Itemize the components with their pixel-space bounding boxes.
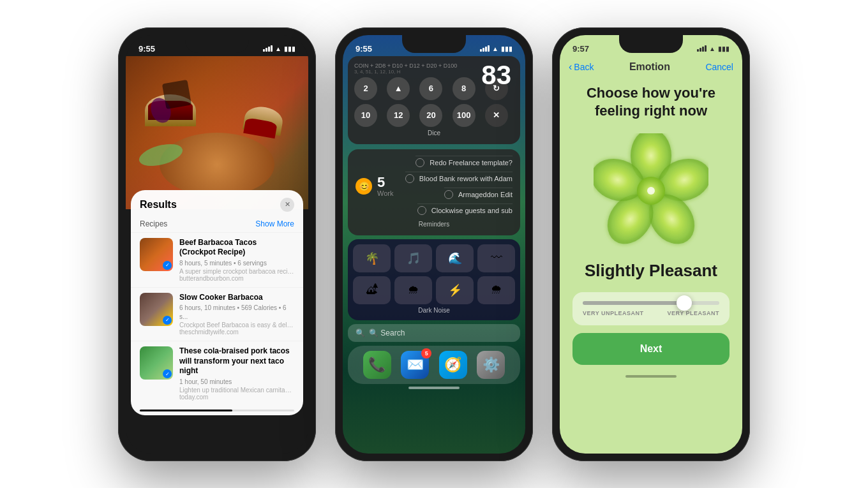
dock-mail-icon[interactable]: ✉️ 5 <box>401 351 429 379</box>
dice-btn-10[interactable]: 10 <box>354 104 377 127</box>
recipe-meta-2: 6 hours, 10 minutes • 569 Calories • 6 s… <box>179 304 294 322</box>
noise-grid-row2: 🏕 🌧 ⚡ 🌨 <box>353 276 515 304</box>
recipe-badge-3: ✓ <box>163 369 172 378</box>
dice-grid-row2: 10 12 20 100 ✕ <box>354 104 514 127</box>
recipe-source-2: theschmidtywife.com <box>179 329 294 336</box>
recipe-name-1: Beef Barbacoa Tacos (Crockpot Recipe) <box>179 238 294 258</box>
recipe-meta-1: 8 hours, 5 minutes • 6 servings <box>179 259 294 268</box>
signal-icon-1 <box>263 45 273 52</box>
svg-point-6 <box>647 187 655 195</box>
reminders-category: Work <box>377 189 393 197</box>
reminder-circle-4 <box>417 206 426 215</box>
search-bar[interactable]: 🔍 🔍 Search <box>348 324 520 342</box>
signal-icon-2 <box>480 45 490 52</box>
dark-noise-label: Dark Noise <box>353 307 515 314</box>
phone-notch-2 <box>402 35 466 53</box>
dock: 📞 ✉️ 5 🧭 ⚙️ <box>348 346 520 384</box>
recipe-desc-3: Lighten up traditional Mexican carnitas … <box>179 387 294 394</box>
emotion-flower-svg[interactable] <box>594 133 708 248</box>
dark-noise-widget: 🌴 🎵 🌊 〰 🏕 🌧 ⚡ 🌨 Dark Noise <box>348 239 520 320</box>
phone-1: 9:55 ▲ ▮▮▮ <box>118 27 316 461</box>
recipe-item-1[interactable]: ✓ Beef Barbacoa Tacos (Crockpot Recipe) … <box>131 232 303 287</box>
reminders-avatar: 😊 <box>355 178 372 195</box>
reminder-circle-1 <box>415 158 424 167</box>
recipe-thumb-1: ✓ <box>140 238 173 271</box>
cancel-button[interactable]: Cancel <box>705 62 733 72</box>
show-more-link[interactable]: Show More <box>255 219 294 228</box>
recipe-source-3: today.com <box>179 394 294 401</box>
home-indicator-2 <box>408 387 460 389</box>
dock-phone-icon[interactable]: 📞 <box>363 351 391 379</box>
recipe-info-2: Slow Cooker Barbacoa 6 hours, 10 minutes… <box>179 293 294 336</box>
dice-btn-6[interactable]: 6 <box>419 77 442 100</box>
dice-btn-100[interactable]: 100 <box>453 104 475 127</box>
dice-btn-2[interactable]: 2 <box>354 77 377 100</box>
reminder-3[interactable]: Armageddon Edit <box>444 188 513 201</box>
dice-btn-20[interactable]: 20 <box>419 104 442 127</box>
dice-btn-8[interactable]: 8 <box>453 77 475 100</box>
slider-track[interactable] <box>583 301 719 305</box>
close-button[interactable]: ✕ <box>280 198 294 212</box>
phone-icon: 📞 <box>368 357 385 373</box>
reminders-count: 5 <box>377 175 393 189</box>
noise-btn-ocean[interactable]: 🌊 <box>436 244 474 272</box>
dice-btn-d4[interactable]: ▲ <box>387 77 410 100</box>
recipe-item-3[interactable]: ✓ These cola-braised pork tacos will tra… <box>131 341 303 406</box>
dice-score: 83 <box>481 60 511 91</box>
next-button[interactable]: Next <box>572 333 730 365</box>
food-image <box>126 56 308 209</box>
slider-right-label: VERY PLEASANT <box>667 310 719 316</box>
reminder-1[interactable]: Redo Freelance template? <box>415 156 513 169</box>
recipe-desc-1: A super simple crockpot barbacoa recip..… <box>179 268 294 275</box>
reminder-4[interactable]: Clockwise guests and sub <box>417 203 513 217</box>
status-icons-1: ▲ ▮▮▮ <box>263 45 296 52</box>
slider-thumb[interactable] <box>677 295 692 311</box>
recipe-info-3: These cola-braised pork tacos will trans… <box>179 346 294 401</box>
section-header: Recipes Show More <box>131 217 303 232</box>
recipe-name-2: Slow Cooker Barbacoa <box>179 293 294 303</box>
reminder-text-3: Armageddon Edit <box>458 191 513 198</box>
dock-safari-icon[interactable]: 🧭 <box>439 351 467 379</box>
time-3: 9:57 <box>572 44 589 54</box>
dock-settings-icon[interactable]: ⚙️ <box>477 351 505 379</box>
phone-3: 9:57 ▲ ▮▮▮ ‹ Back Emotion Cancel <box>552 27 750 461</box>
noise-btn-waves[interactable]: 〰 <box>477 244 515 272</box>
noise-btn-camp[interactable]: 🏕 <box>353 276 391 304</box>
dice-btn-12[interactable]: 12 <box>387 104 410 127</box>
reminders-widget: 😊 5 Work Redo Freelance template? Blood … <box>348 149 520 235</box>
time-1: 9:55 <box>138 44 155 54</box>
battery-icon-3: ▮▮▮ <box>718 45 730 52</box>
safari-icon: 🧭 <box>444 357 461 373</box>
time-2: 9:55 <box>355 44 372 54</box>
noise-btn-thunder[interactable]: ⚡ <box>436 276 474 304</box>
emotion-header: ‹ Back Emotion Cancel <box>560 56 742 78</box>
noise-btn-music[interactable]: 🎵 <box>394 244 432 272</box>
reminder-circle-3 <box>444 190 453 199</box>
status-icons-2: ▲ ▮▮▮ <box>480 45 513 52</box>
search-icon-2: 🔍 <box>355 329 365 337</box>
phone-notch <box>185 35 249 53</box>
phone3-screen: 9:57 ▲ ▮▮▮ ‹ Back Emotion Cancel <box>560 35 742 454</box>
noise-btn-snow[interactable]: 🌨 <box>477 276 515 304</box>
reminder-2[interactable]: Blood Bank rework with Adam <box>405 172 513 185</box>
progress-bar <box>140 410 294 411</box>
slider-left-label: VERY UNPLEASANT <box>583 310 644 316</box>
phone1-screen: 9:55 ▲ ▮▮▮ <box>126 35 308 454</box>
phone-2: 9:55 ▲ ▮▮▮ COIN + 2D8 + D10 + D12 + D20 … <box>335 27 533 461</box>
noise-btn-rain[interactable]: 🌧 <box>394 276 432 304</box>
reminder-text-2: Blood Bank rework with Adam <box>419 175 513 182</box>
dice-btn-clear[interactable]: ✕ <box>485 104 508 127</box>
mail-icon: ✉️ <box>407 357 424 373</box>
results-card: Results ✕ Recipes Show More ✓ Beef Barba… <box>131 190 303 416</box>
emotion-title: Emotion <box>629 61 670 73</box>
status-icons-3: ▲ ▮▮▮ <box>697 45 730 52</box>
emotion-label: Slightly Pleasant <box>572 261 730 281</box>
recipe-item-2[interactable]: ✓ Slow Cooker Barbacoa 6 hours, 10 minut… <box>131 287 303 341</box>
phone2-screen: 9:55 ▲ ▮▮▮ COIN + 2D8 + D10 + D12 + D20 … <box>343 35 525 454</box>
reminder-circle-2 <box>405 174 414 183</box>
wifi-icon-2: ▲ <box>492 45 498 52</box>
emotion-content: Choose how you're feeling right now <box>560 78 742 371</box>
noise-btn-tropical[interactable]: 🌴 <box>353 244 391 272</box>
back-button[interactable]: ‹ Back <box>569 61 594 73</box>
signal-icon-3 <box>697 45 707 52</box>
